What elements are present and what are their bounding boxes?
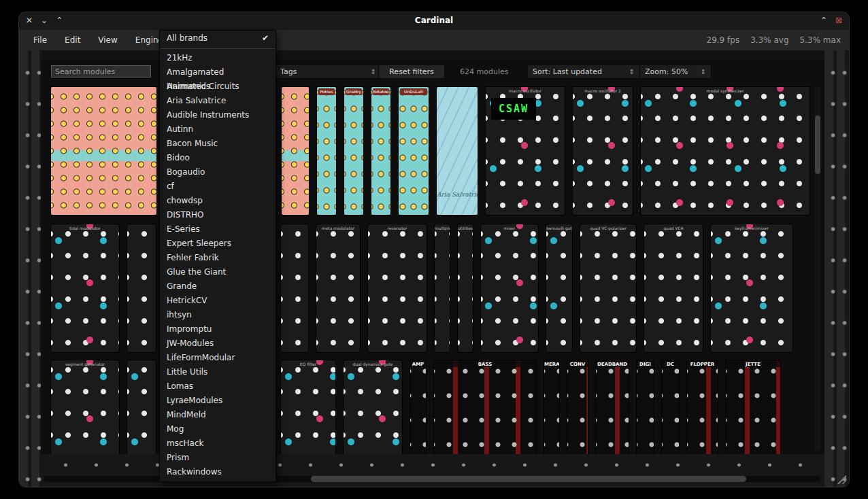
brand-menu-item[interactable]: ihtsyn: [160, 308, 276, 322]
menu-edit[interactable]: Edit: [56, 30, 89, 50]
module-card[interactable]: Rotatoes: [371, 87, 390, 215]
module-count-label: 624 modules: [460, 67, 508, 76]
module-card[interactable]: AMP: [410, 360, 426, 454]
brand-menu-item[interactable]: cf: [160, 179, 276, 194]
brand-label: Prism: [167, 451, 189, 465]
brand-label: MindMeld: [167, 408, 206, 422]
brand-menu-item[interactable]: E-Series: [160, 222, 276, 237]
brand-menu-item[interactable]: Bogaudio: [160, 165, 276, 179]
brand-menu-item[interactable]: Animated Circuits: [160, 80, 276, 94]
module-card[interactable]: BASS: [434, 360, 536, 454]
module-card[interactable]: bernoulli gate: [546, 224, 572, 352]
module-grid-row: segment generator EQ filter dual dynamic…: [41, 360, 780, 454]
brand-menu-item[interactable]: JW-Modules: [160, 337, 276, 351]
brand-filter-menu: All brands ✔ 21kHz Amalgamated Harmonics…: [159, 30, 276, 482]
brand-menu-item[interactable]: HetrickCV: [160, 294, 276, 308]
brand-menu-item[interactable]: Autinn: [160, 122, 276, 137]
module-card[interactable]: [282, 87, 309, 215]
brand-menu-item[interactable]: Bacon Music: [160, 137, 276, 151]
rack-rail-left: [19, 50, 42, 487]
brand-menu-item[interactable]: Impromptu: [160, 322, 276, 337]
brand-menu-item[interactable]: mscHack: [160, 436, 276, 451]
module-card[interactable]: [281, 224, 308, 352]
module-card[interactable]: segment generator: [51, 360, 119, 454]
module-card[interactable]: meta modulator: [316, 224, 360, 352]
brand-menu-item-all[interactable]: All brands ✔: [160, 31, 276, 46]
close-icon[interactable]: ✕: [26, 15, 33, 26]
brand-menu-item[interactable]: Audible Instruments: [160, 108, 276, 122]
brand-menu-item[interactable]: Expert Sleepers: [160, 237, 276, 251]
module-card[interactable]: tidal modulator: [51, 224, 119, 352]
brand-menu-item[interactable]: Fehler Fabrik: [160, 251, 276, 265]
brand-menu-item[interactable]: chowdsp: [160, 194, 276, 208]
module-card[interactable]: CONV: [567, 360, 588, 454]
brand-menu-item[interactable]: LifeFormModular: [160, 351, 276, 365]
module-title: [281, 224, 308, 226]
module-title: AMP: [410, 360, 426, 367]
module-card[interactable]: mixer: [481, 224, 538, 352]
module-card[interactable]: EQ filter: [281, 360, 335, 454]
module-card[interactable]: quad VC-polarizer: [580, 224, 636, 352]
module-card[interactable]: DEADBAND: [596, 360, 629, 454]
module-card[interactable]: [51, 87, 156, 215]
module-card[interactable]: macro oscillator CSAW: [486, 87, 565, 215]
brand-menu-item[interactable]: Prism: [160, 451, 276, 465]
brand-label: Little Utils: [167, 365, 207, 379]
module-card[interactable]: quad VCA: [644, 224, 703, 352]
tags-dropdown-label: Tags: [280, 67, 297, 76]
brand-menu-item[interactable]: DISTRHO: [160, 208, 276, 222]
module-card[interactable]: Pokies: [317, 87, 336, 215]
browser-toolbar: Tags ⇕ Reset filters 624 modules Sort: L…: [41, 60, 824, 85]
module-card[interactable]: utilities: [458, 224, 473, 352]
brand-menu-item[interactable]: Amalgamated Harmonics: [160, 65, 276, 80]
module-card[interactable]: [127, 224, 156, 352]
module-card[interactable]: UnDuLaR: [399, 87, 429, 215]
horizontal-scrollbar-thumb[interactable]: [311, 476, 746, 482]
module-card[interactable]: dual dynamics gate: [344, 360, 402, 454]
module-card[interactable]: Aria Salvatrice: [437, 87, 478, 215]
brand-label: Glue the Giant: [167, 265, 226, 279]
sort-dropdown[interactable]: Sort: Last updated ⇕: [527, 65, 640, 79]
module-card[interactable]: resonator: [368, 224, 427, 352]
module-card[interactable]: [127, 360, 156, 454]
zoom-dropdown[interactable]: Zoom: 50% ⇕: [639, 65, 712, 79]
brand-menu-item[interactable]: Glue the Giant: [160, 265, 276, 279]
chevron-down-icon[interactable]: ⌄: [41, 15, 48, 26]
shade-icon[interactable]: ⌃: [820, 15, 827, 26]
module-card[interactable]: Grabby: [344, 87, 363, 215]
brand-label: JW-Modules: [167, 337, 214, 351]
reset-filters-button[interactable]: Reset filters: [378, 65, 445, 79]
search-input[interactable]: [51, 65, 151, 78]
tags-dropdown[interactable]: Tags ⇕: [275, 65, 382, 79]
module-card[interactable]: modal synthesizer: [641, 87, 809, 215]
brand-menu-item[interactable]: Bidoo: [160, 151, 276, 165]
brand-menu-item[interactable]: Mog: [160, 422, 276, 436]
brand-menu-item[interactable]: Grande: [160, 279, 276, 294]
checkmark-icon: ✔: [262, 31, 269, 46]
menu-file[interactable]: File: [24, 30, 56, 50]
brand-menu-item[interactable]: Little Utils: [160, 365, 276, 379]
brand-label: Aria Salvatrice: [167, 94, 226, 108]
brand-label: ihtsyn: [167, 308, 192, 322]
module-card[interactable]: macro oscillator 2: [573, 87, 633, 215]
close-box-icon[interactable]: ⊠: [835, 15, 842, 26]
chevron-up-icon[interactable]: ⌃: [56, 15, 63, 26]
module-card[interactable]: keyframer/mixer: [711, 224, 792, 352]
module-card[interactable]: MERA: [544, 360, 559, 454]
brand-menu-item[interactable]: 21kHz: [160, 51, 276, 65]
module-card[interactable]: DC: [662, 360, 679, 454]
module-card[interactable]: FLOPPER: [687, 360, 718, 454]
module-title: segment generator: [51, 360, 119, 367]
brand-menu-item[interactable]: MindMeld: [160, 408, 276, 422]
brand-menu-item[interactable]: LyraeModules: [160, 394, 276, 408]
brand-menu-item[interactable]: Lomas: [160, 379, 276, 394]
browser-vertical-scrollbar[interactable]: [815, 87, 820, 450]
menu-view[interactable]: View: [89, 30, 126, 50]
brand-menu-item[interactable]: Rackwindows: [160, 465, 276, 479]
brand-label: HetrickCV: [167, 294, 207, 308]
brand-menu-item[interactable]: Aria Salvatrice: [160, 94, 276, 108]
module-card[interactable]: multiples: [435, 224, 450, 352]
module-card[interactable]: JETTE: [726, 360, 780, 454]
module-card[interactable]: DIGI: [637, 360, 654, 454]
vertical-scrollbar-thumb[interactable]: [815, 116, 820, 174]
